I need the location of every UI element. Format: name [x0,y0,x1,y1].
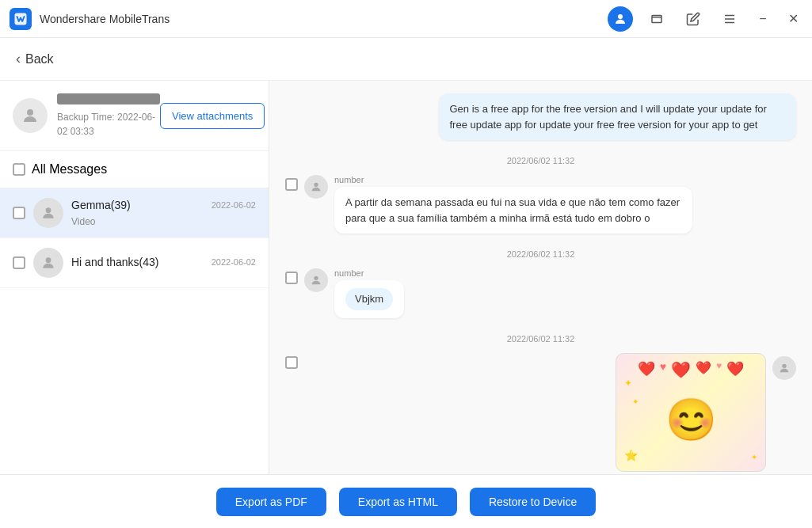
person-icon [613,12,627,26]
all-messages-row: All Messages [0,151,269,188]
received-content-2: number Vbjkm [334,268,404,318]
back-label: Back [25,52,54,66]
message-block-4: ❤️ ♥ ❤️ ❤️ ♥ ❤️ 😊 [285,353,796,472]
sent-message-1: Gen is a free app for the free version a… [285,93,796,140]
received-content-1: number A partir da semana passada eu fui… [334,175,692,234]
image-row: ❤️ ♥ ❤️ ❤️ ♥ ❤️ 😊 [285,353,796,472]
msg-avatar-1 [304,175,328,199]
message-checkbox-3[interactable] [285,356,298,369]
msg-person-icon-3 [778,362,791,374]
app-logo [10,8,32,30]
account-icon[interactable] [608,6,633,32]
timestamp-3: 2022/06/02 11:32 [285,334,796,344]
close-button[interactable]: ✕ [783,9,802,28]
sender-name-1: number [334,175,692,184]
bottom-bar: Export as PDF Export as HTML Restore to … [0,474,812,528]
conversation-list: Gemma(39) 2022-06-02 Video [0,188,269,474]
edit-icon[interactable] [680,6,706,32]
conv-preview-1: Video [71,216,95,227]
restore-to-device-button[interactable]: Restore to Device [470,488,596,516]
timestamp-2: 2022/06/02 11:32 [285,249,796,259]
received-row-1: number A partir da semana passada eu fui… [285,175,796,234]
conv-avatar-2 [33,248,63,278]
svg-point-10 [314,183,318,187]
msg-avatar-3 [772,356,796,380]
contact-name-bar [57,93,160,104]
left-panel: Backup Time: 2022-06-02 03:33 View attac… [0,81,269,474]
svg-point-12 [782,363,786,367]
back-button[interactable]: ‹ Back [16,51,54,67]
message-block-3: number Vbjkm [285,268,796,318]
conv-checkbox-2[interactable] [13,256,25,269]
export-pdf-button[interactable]: Export as PDF [216,488,326,516]
minimize-button[interactable]: − [753,9,772,28]
export-html-button[interactable]: Export as HTML [339,488,457,516]
message-block-2: number A partir da semana passada eu fui… [285,175,796,234]
message-block-1: Gen is a free app for the free version a… [285,93,796,140]
conv-avatar-icon-2 [40,255,56,271]
titlebar-controls: − ✕ [608,6,802,32]
svg-point-1 [618,14,623,19]
messages-area: Gen is a free app for the free version a… [269,81,812,474]
app-title: Wondershare MobileTrans [40,13,608,25]
svg-point-8 [46,207,51,213]
conversation-item-gemma[interactable]: Gemma(39) 2022-06-02 Video [0,188,269,238]
contact-details: Backup Time: 2022-06-02 03:33 [57,93,160,138]
contact-avatar [13,98,48,133]
main-content: ‹ Back Backup Time: [0,38,812,528]
back-header: ‹ Back [0,38,812,81]
right-panel: Gen is a free app for the free version a… [269,81,812,474]
menu-icon[interactable] [717,6,742,32]
backup-time: Backup Time: 2022-06-02 03:33 [57,112,155,137]
sender-name-2: number [334,268,404,278]
message-checkbox-1[interactable] [285,178,298,191]
svg-point-9 [46,257,51,263]
msg-avatar-2 [304,268,328,292]
svg-point-11 [314,276,318,280]
logo-icon [13,12,28,26]
svg-rect-2 [652,15,661,22]
message-checkbox-2[interactable] [285,272,298,284]
content-area: Backup Time: 2022-06-02 03:33 View attac… [0,81,812,474]
vbjkm-text: Vbjkm [345,288,393,310]
contact-header: Backup Time: 2022-06-02 03:33 View attac… [0,81,269,151]
conv-body-1: Gemma(39) 2022-06-02 Video [71,199,256,228]
conv-avatar-1 [33,198,63,228]
sent-message-content-1: Gen is a free app for the free version a… [439,93,797,140]
svg-point-7 [27,109,33,116]
received-row-2: number Vbjkm [285,268,796,318]
conv-name-2: Hi and thanks(43) [71,256,159,268]
conv-date-2: 2022-06-02 [212,257,256,267]
conv-name-1: Gemma(39) [71,199,131,211]
msg-person-icon-1 [310,180,322,193]
image-content-wrapper: ❤️ ♥ ❤️ ❤️ ♥ ❤️ 😊 [304,353,796,472]
conv-body-2: Hi and thanks(43) 2022-06-02 [71,256,256,271]
all-messages-checkbox[interactable] [13,163,25,176]
titlebar: Wondershare MobileTrans − ✕ [0,0,812,38]
contact-info: Backup Time: 2022-06-02 03:33 [13,93,160,138]
conv-checkbox-1[interactable] [13,207,25,219]
msg-person-icon-2 [310,274,322,287]
conv-avatar-icon-1 [40,205,56,221]
timestamp-1: 2022/06/02 11:32 [285,156,796,165]
conv-header-1: Gemma(39) 2022-06-02 [71,199,256,211]
image-message: ❤️ ♥ ❤️ ❤️ ♥ ❤️ 😊 [616,353,766,472]
all-messages-label: All Messages [32,162,107,177]
conversation-item-hi-thanks[interactable]: Hi and thanks(43) 2022-06-02 [0,238,269,288]
back-arrow-icon: ‹ [16,51,21,67]
view-attachments-button[interactable]: View attachments [160,103,265,129]
sent-bubble-1: Gen is a free app for the free version a… [439,93,797,140]
conv-header-2: Hi and thanks(43) 2022-06-02 [71,256,256,268]
window-icon[interactable] [644,6,669,32]
received-bubble-2: Vbjkm [334,280,404,318]
conv-date-1: 2022-06-02 [212,200,256,210]
avatar-icon [21,106,40,125]
received-bubble-1: A partir da semana passada eu fui na sua… [334,187,692,234]
